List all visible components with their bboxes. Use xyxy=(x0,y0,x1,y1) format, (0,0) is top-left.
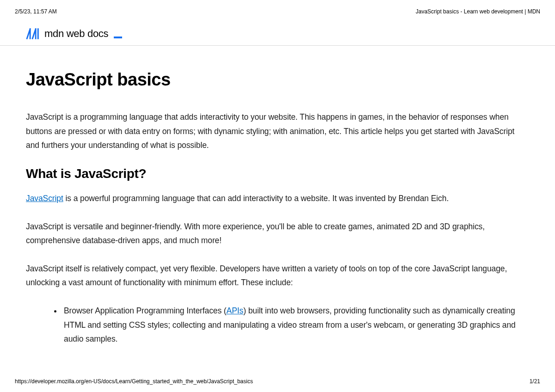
p-definition-rest: is a powerful programming language that … xyxy=(63,194,449,203)
li-text-pre: Browser Application Programming Interfac… xyxy=(64,306,227,315)
article-content: JavaScript basics JavaScript is a progra… xyxy=(0,46,555,346)
page-title: JavaScript basics xyxy=(26,70,529,90)
site-header: mdn web docs xyxy=(0,15,555,46)
print-doc-title: JavaScript basics - Learn web developmen… xyxy=(416,8,540,15)
list-item: Browser Application Programming Interfac… xyxy=(62,304,529,346)
print-timestamp: 2/5/23, 11:57 AM xyxy=(15,8,57,15)
print-page-number: 1/21 xyxy=(530,378,540,385)
tools-list: Browser Application Programming Interfac… xyxy=(26,304,529,346)
intro-paragraph: JavaScript is a programming language tha… xyxy=(26,110,529,153)
javascript-link[interactable]: JavaScript xyxy=(26,194,63,203)
p-versatile: JavaScript is versatile and beginner-fri… xyxy=(26,220,529,248)
print-header: 2/5/23, 11:57 AM JavaScript basics - Lea… xyxy=(0,0,555,15)
mdn-logo-text: mdn web docs xyxy=(44,28,108,40)
mdn-logo[interactable]: mdn web docs xyxy=(26,28,529,40)
mdn-logo-cursor-icon xyxy=(114,37,122,38)
p-compact: JavaScript itself is relatively compact,… xyxy=(26,262,529,290)
apis-link[interactable]: APIs xyxy=(227,306,244,315)
p-definition: JavaScript is a powerful programming lan… xyxy=(26,191,529,206)
what-is-javascript-heading: What is JavaScript? xyxy=(26,166,529,181)
print-url: https://developer.mozilla.org/en-US/docs… xyxy=(15,378,253,385)
print-footer: https://developer.mozilla.org/en-US/docs… xyxy=(15,378,540,385)
mdn-logo-icon xyxy=(26,28,41,39)
